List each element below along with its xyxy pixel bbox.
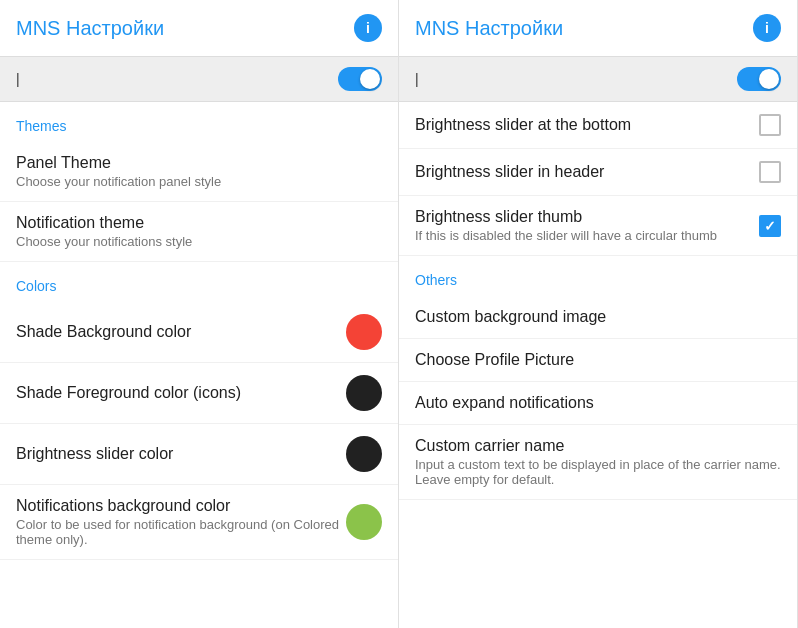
color-swatch-6[interactable] (346, 436, 382, 472)
setting-title-4: Custom background image (415, 308, 781, 326)
setting-text-6: Auto expand notifications (415, 394, 781, 412)
setting-text-5: Shade Foreground color (icons) (16, 384, 346, 402)
setting-item-2[interactable]: Notification themeChoose your notificati… (0, 202, 398, 262)
setting-item-7[interactable]: Notifications background colorColor to b… (0, 485, 398, 560)
setting-text-6: Brightness slider color (16, 445, 346, 463)
setting-title-1: Panel Theme (16, 154, 382, 172)
left-toggle-label: | (16, 71, 20, 87)
setting-subtitle-2: Choose your notifications style (16, 234, 382, 249)
checkbox-2[interactable] (759, 215, 781, 237)
setting-title-7: Custom carrier name (415, 437, 781, 455)
setting-text-7: Custom carrier nameInput a custom text t… (415, 437, 781, 487)
setting-item-7[interactable]: Custom carrier nameInput a custom text t… (399, 425, 797, 500)
right-toggle-knob (759, 69, 779, 89)
setting-title-1: Brightness slider in header (415, 163, 759, 181)
color-swatch-4[interactable] (346, 314, 382, 350)
setting-subtitle-1: Choose your notification panel style (16, 174, 382, 189)
setting-title-2: Brightness slider thumb (415, 208, 759, 226)
setting-title-6: Brightness slider color (16, 445, 346, 463)
left-sections: ThemesPanel ThemeChoose your notificatio… (0, 102, 398, 560)
setting-title-6: Auto expand notifications (415, 394, 781, 412)
right-header: MNS Настройки i (399, 0, 797, 56)
left-toggle-row: | (0, 56, 398, 102)
setting-item-1[interactable]: Panel ThemeChoose your notification pane… (0, 142, 398, 202)
setting-item-6[interactable]: Auto expand notifications (399, 382, 797, 425)
right-toggle-row: | (399, 56, 797, 102)
section-header-others: Others (399, 256, 797, 296)
left-toggle-knob (360, 69, 380, 89)
left-title: MNS Настройки (16, 17, 164, 40)
setting-title-0: Brightness slider at the bottom (415, 116, 759, 134)
setting-item-0[interactable]: Brightness slider at the bottom (399, 102, 797, 149)
right-info-icon[interactable]: i (753, 14, 781, 42)
left-toggle[interactable] (338, 67, 382, 91)
right-title: MNS Настройки (415, 17, 563, 40)
setting-item-5[interactable]: Choose Profile Picture (399, 339, 797, 382)
setting-subtitle-7: Input a custom text to be displayed in p… (415, 457, 781, 487)
color-swatch-7[interactable] (346, 504, 382, 540)
color-swatch-5[interactable] (346, 375, 382, 411)
setting-item-5[interactable]: Shade Foreground color (icons) (0, 363, 398, 424)
setting-item-4[interactable]: Shade Background color (0, 302, 398, 363)
setting-text-2: Brightness slider thumbIf this is disabl… (415, 208, 759, 243)
setting-subtitle-2: If this is disabled the slider will have… (415, 228, 759, 243)
setting-text-0: Brightness slider at the bottom (415, 116, 759, 134)
setting-item-1[interactable]: Brightness slider in header (399, 149, 797, 196)
left-panel: MNS Настройки i | ThemesPanel ThemeChoos… (0, 0, 399, 628)
checkbox-0[interactable] (759, 114, 781, 136)
setting-text-4: Custom background image (415, 308, 781, 326)
section-header-themes: Themes (0, 102, 398, 142)
setting-item-4[interactable]: Custom background image (399, 296, 797, 339)
setting-title-2: Notification theme (16, 214, 382, 232)
setting-title-4: Shade Background color (16, 323, 346, 341)
setting-title-7: Notifications background color (16, 497, 346, 515)
setting-text-1: Brightness slider in header (415, 163, 759, 181)
right-sections: Brightness slider at the bottomBrightnes… (399, 102, 797, 500)
setting-text-1: Panel ThemeChoose your notification pane… (16, 154, 382, 189)
right-toggle[interactable] (737, 67, 781, 91)
setting-title-5: Choose Profile Picture (415, 351, 781, 369)
setting-subtitle-7: Color to be used for notification backgr… (16, 517, 346, 547)
section-header-colors: Colors (0, 262, 398, 302)
setting-text-5: Choose Profile Picture (415, 351, 781, 369)
checkbox-1[interactable] (759, 161, 781, 183)
left-header: MNS Настройки i (0, 0, 398, 56)
setting-text-4: Shade Background color (16, 323, 346, 341)
right-toggle-label: | (415, 71, 419, 87)
setting-text-7: Notifications background colorColor to b… (16, 497, 346, 547)
setting-item-2[interactable]: Brightness slider thumbIf this is disabl… (399, 196, 797, 256)
setting-title-5: Shade Foreground color (icons) (16, 384, 346, 402)
left-info-icon[interactable]: i (354, 14, 382, 42)
right-panel: MNS Настройки i | Brightness slider at t… (399, 0, 798, 628)
setting-item-6[interactable]: Brightness slider color (0, 424, 398, 485)
setting-text-2: Notification themeChoose your notificati… (16, 214, 382, 249)
